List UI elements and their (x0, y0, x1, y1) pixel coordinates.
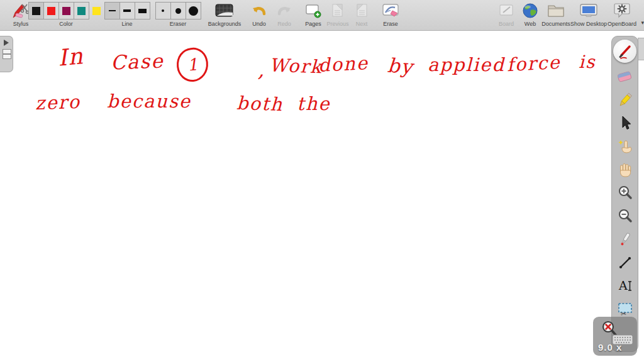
medium-dot-icon (175, 8, 181, 14)
pages-icon (304, 1, 322, 20)
line-tool-button[interactable] (615, 253, 635, 272)
redo-icon (276, 1, 292, 20)
line-medium-button[interactable] (120, 3, 135, 19)
circled-number-1: 1 (175, 47, 209, 84)
board-icon (498, 1, 514, 20)
documents-folder-icon (547, 1, 565, 20)
thin-line-icon (109, 10, 116, 11)
handwriting-word: because (107, 90, 191, 112)
stylus-label: Stylus (13, 20, 29, 28)
black-swatch-chip (32, 7, 40, 15)
backgrounds-icon (215, 1, 234, 20)
stylus-toolbar: A ✂ (611, 36, 638, 352)
web-label: Web (525, 20, 536, 28)
undo-button[interactable]: Undo (247, 1, 272, 29)
erase-button[interactable]: Erase (377, 1, 404, 29)
handwriting-word: both (236, 92, 284, 116)
thick-line-icon (138, 9, 147, 13)
previous-page-icon (330, 1, 345, 20)
color-group: Color (29, 1, 103, 29)
documents-button[interactable]: Documents (540, 1, 572, 29)
openboard-window: Stylus Color Lin (0, 0, 644, 362)
color-label: Color (59, 20, 73, 28)
color-swatch-maroon[interactable] (59, 3, 74, 19)
show-desktop-label: Show Desktop (570, 20, 607, 28)
medium-line-icon (123, 9, 131, 12)
handwriting-word: the (297, 93, 331, 114)
line-group: Line (104, 1, 150, 29)
pages-button[interactable]: Pages (300, 1, 326, 29)
marker-tool-button[interactable] (615, 90, 635, 109)
red-swatch-chip (47, 7, 55, 15)
text-tool-button[interactable]: A (615, 276, 635, 295)
laser-pointer-tool-button[interactable] (615, 229, 635, 249)
hand-icon (617, 162, 633, 178)
pen-icon (617, 43, 633, 60)
color-swatch-teal[interactable] (74, 3, 89, 19)
line-thin-button[interactable] (105, 3, 120, 19)
redo-label: Redo (277, 20, 291, 28)
next-button[interactable]: Next (350, 1, 373, 29)
teal-swatch-chip (77, 7, 86, 15)
undo-icon (251, 1, 267, 20)
backgrounds-button[interactable]: Backgrounds (206, 1, 243, 29)
eraser-large-button[interactable] (186, 3, 201, 19)
capture-icon: ✂ (616, 301, 634, 317)
redo-button[interactable]: Redo (272, 1, 297, 29)
erase-icon (382, 1, 399, 20)
show-desktop-button[interactable]: Show Desktop (570, 1, 608, 29)
backgrounds-label: Backgrounds (208, 20, 242, 28)
library-drawer-tab[interactable] (0, 36, 13, 72)
next-label: Next (356, 20, 368, 28)
board-button[interactable]: Board (494, 1, 519, 29)
board-label: Board (499, 20, 514, 28)
zoom-widget: 9.0 x (593, 317, 637, 356)
pages-label: Pages (305, 20, 321, 28)
next-page-icon (354, 1, 369, 20)
pen-tool-button[interactable] (613, 40, 636, 63)
stylus-palette-stub (638, 38, 644, 60)
color-swatch-row (28, 2, 89, 19)
page-stack-icon (3, 49, 10, 59)
line-label: Line (121, 20, 132, 28)
expand-right-icon (4, 40, 9, 46)
handwriting-word: Case (110, 50, 164, 74)
line-thick-button[interactable] (135, 3, 150, 19)
color-swatch-red[interactable] (44, 3, 59, 19)
eraser-label: Eraser (170, 20, 187, 28)
capture-tool-button[interactable]: ✂ (615, 299, 635, 319)
stylus-icon (12, 1, 30, 20)
previous-button[interactable]: Previous (325, 1, 350, 29)
web-button[interactable]: Web (519, 1, 541, 29)
erase-label: Erase (383, 20, 398, 28)
openboard-menu-button[interactable]: OpenBoard ▾ (605, 1, 639, 29)
eraser-icon (616, 69, 633, 84)
eraser-medium-button[interactable] (171, 3, 186, 19)
hand-pan-tool-button[interactable] (615, 160, 635, 179)
color-swatch-black[interactable] (29, 3, 44, 19)
handwriting-word: is (579, 52, 596, 72)
small-dot-icon (162, 9, 164, 12)
svg-text:✂: ✂ (621, 310, 626, 317)
handwriting-word: done (318, 52, 369, 76)
handwriting-word: Work (269, 55, 323, 78)
openboard-label: OpenBoard (608, 21, 636, 27)
eraser-tool-button[interactable] (615, 67, 635, 86)
color-swatch-yellow[interactable] (89, 3, 104, 19)
handwriting-comma: , (258, 58, 265, 82)
laser-pointer-icon (617, 231, 633, 248)
selector-tool-button[interactable] (615, 113, 635, 133)
text-icon: A (617, 278, 633, 294)
play-interact-tool-button[interactable] (615, 136, 635, 156)
zoom-in-icon (617, 185, 633, 201)
zoom-in-tool-button[interactable] (615, 183, 635, 202)
line-icon (617, 255, 633, 271)
yellow-swatch-chip (92, 7, 101, 15)
eraser-small-button[interactable] (156, 3, 171, 19)
zoom-out-tool-button[interactable] (615, 206, 635, 226)
zoom-out-icon (617, 208, 633, 224)
handwriting-word: by (387, 54, 414, 79)
handwriting-word: zero (35, 91, 80, 114)
arrow-cursor-icon (618, 115, 633, 131)
pointing-finger-icon (617, 138, 633, 155)
